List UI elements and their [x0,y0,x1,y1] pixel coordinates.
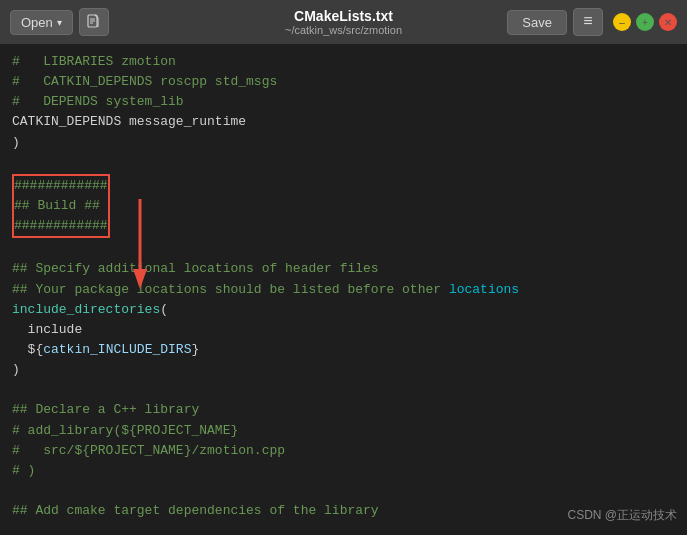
code-line-blank [12,239,675,259]
code-comment-header-files: ## Specify additional locations of heade… [12,259,675,279]
open-label: Open [21,15,53,30]
open-button[interactable]: Open ▾ [10,10,73,35]
code-line-blank [12,380,675,400]
code-line: ) [12,133,675,153]
window-controls: – + ✕ [613,13,677,31]
code-comment-declare-lib: ## Declare a C++ library [12,400,675,420]
code-comment-src-path: # src/${PROJECT_NAME}/zmotion.cpp [12,441,675,461]
open-chevron-icon: ▾ [57,17,62,28]
file-path: ~/catkin_ws/src/zmotion [285,24,402,36]
menu-button[interactable]: ≡ [573,8,603,36]
code-line: # DEPENDS system_lib [12,92,675,112]
titlebar-center: CMakeLists.txt ~/catkin_ws/src/zmotion [285,8,402,36]
code-comment-add-library: # add_library(${PROJECT_NAME} [12,421,675,441]
titlebar-left: Open ▾ [10,8,109,36]
code-line-blank [12,153,675,173]
build-hash-bottom: ############ [14,216,108,236]
code-line: CATKIN_DEPENDS message_runtime [12,112,675,132]
file-icon-button[interactable] [79,8,109,36]
close-button[interactable]: ✕ [659,13,677,31]
code-include-path: include [12,320,675,340]
maximize-button[interactable]: + [636,13,654,31]
save-button[interactable]: Save [507,10,567,35]
code-line: # LIBRARIES zmotion [12,52,675,72]
titlebar: Open ▾ CMakeLists.txt ~/catkin_ws/src/zm… [0,0,687,44]
code-include-dirs-var: ${catkin_INCLUDE_DIRS} [12,340,675,360]
build-hash-top: ############ [14,176,108,196]
code-include-directories: include_directories( [12,300,675,320]
code-close-paren-1: ) [12,360,675,380]
file-icon [86,14,102,30]
build-section-box: ############ ## Build ## ############ [12,174,110,238]
code-line: # CATKIN_DEPENDS roscpp std_msgs [12,72,675,92]
code-comment-close-paren: # ) [12,461,675,481]
build-label: ## Build ## [14,196,108,216]
code-line-blank [12,481,675,501]
code-comment-package-locations: ## Your package locations should be list… [12,280,675,300]
titlebar-right: Save ≡ – + ✕ [507,8,677,36]
editor-area: # LIBRARIES zmotion # CATKIN_DEPENDS ros… [0,44,687,535]
watermark: CSDN @正运动技术 [567,506,677,525]
minimize-button[interactable]: – [613,13,631,31]
file-name: CMakeLists.txt [285,8,402,24]
